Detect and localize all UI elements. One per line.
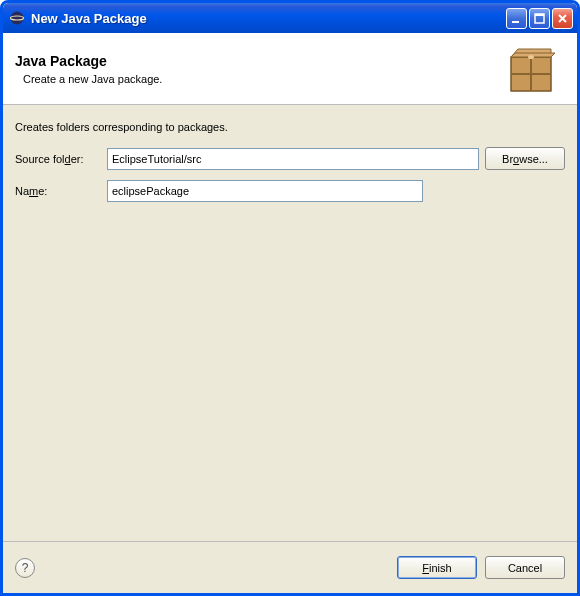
source-folder-label: Source folder:: [15, 153, 101, 165]
svg-rect-2: [512, 21, 519, 23]
close-button[interactable]: [552, 8, 573, 29]
eclipse-icon: [9, 10, 25, 26]
window-controls: [506, 8, 573, 29]
name-input[interactable]: [107, 180, 423, 202]
browse-button[interactable]: Browse...: [485, 147, 565, 170]
name-label: Name:: [15, 185, 101, 197]
window-title: New Java Package: [31, 11, 506, 26]
banner-title: Java Package: [15, 53, 505, 69]
description-text: Creates folders corresponding to package…: [15, 121, 565, 133]
footer: ? Finish Cancel: [3, 541, 577, 593]
maximize-button[interactable]: [529, 8, 550, 29]
titlebar[interactable]: New Java Package: [3, 3, 577, 33]
source-folder-row: Source folder: Browse...: [15, 147, 565, 170]
svg-rect-4: [535, 14, 544, 16]
package-icon: [505, 43, 557, 95]
name-row: Name:: [15, 180, 565, 202]
source-folder-input[interactable]: [107, 148, 479, 170]
svg-point-0: [11, 12, 24, 25]
content-area: Creates folders corresponding to package…: [3, 105, 577, 541]
finish-button[interactable]: Finish: [397, 556, 477, 579]
banner: Java Package Create a new Java package.: [3, 33, 577, 105]
minimize-button[interactable]: [506, 8, 527, 29]
banner-subtitle: Create a new Java package.: [23, 73, 505, 85]
cancel-button[interactable]: Cancel: [485, 556, 565, 579]
help-icon: ?: [22, 561, 29, 575]
svg-point-9: [528, 55, 534, 59]
dialog-window: New Java Package Java Package Create a n…: [0, 0, 580, 596]
help-button[interactable]: ?: [15, 558, 35, 578]
